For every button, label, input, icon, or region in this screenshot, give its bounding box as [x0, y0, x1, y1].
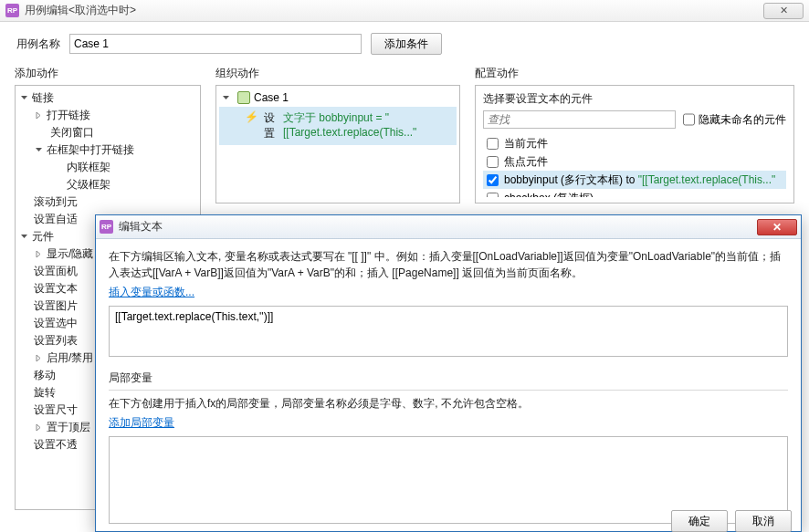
- org-set-label: 设置: [264, 110, 279, 141]
- tree-node[interactable]: 元件: [32, 229, 54, 245]
- local-vars-hint: 在下方创建用于插入fx的局部变量，局部变量名称必须是字母、数字, 不允许包含空格…: [109, 396, 788, 412]
- hide-unnamed-checkbox[interactable]: 隐藏未命名的元件: [683, 110, 786, 129]
- list-item: bobbyinput (多行文本框) to "[[Target.text.rep…: [483, 171, 786, 189]
- tree-node[interactable]: 设置不透: [34, 437, 78, 453]
- list-item: checkbox (复选框): [483, 189, 786, 197]
- org-case-label: Case 1: [254, 91, 289, 104]
- checkbox[interactable]: [487, 193, 499, 198]
- expand-icon[interactable]: [34, 422, 44, 433]
- divider: [109, 390, 788, 391]
- tree-node[interactable]: 关闭窗口: [50, 125, 94, 141]
- tree-node[interactable]: 父级框架: [67, 177, 110, 193]
- expression-input[interactable]: [109, 306, 788, 357]
- tree-node[interactable]: 设置自适: [34, 212, 78, 227]
- case-name-input[interactable]: [69, 34, 362, 54]
- case-icon: [237, 91, 250, 104]
- tree-node[interactable]: 设置图片: [34, 298, 78, 314]
- add-action-header: 添加动作: [15, 66, 201, 81]
- pick-widget-label: 选择要设置文本的元件: [483, 91, 786, 107]
- checkbox[interactable]: [487, 138, 499, 150]
- tree-node[interactable]: 启用/禁用: [47, 350, 93, 366]
- edit-text-dialog: RP 编辑文本 ✕ 在下方编辑区输入文本, 变量名称或表达式要写在 "[[ ]]…: [95, 214, 802, 532]
- local-vars-header: 局部变量: [109, 370, 788, 386]
- tree-node[interactable]: 打开链接: [47, 108, 90, 123]
- add-local-var-link[interactable]: 添加局部变量: [109, 415, 174, 431]
- collapse-icon[interactable]: [34, 145, 44, 155]
- expand-icon[interactable]: [34, 110, 44, 120]
- list-item: 焦点元件: [483, 152, 786, 171]
- configure-box: 选择要设置文本的元件 隐藏未命名的元件 当前元件 焦点元件 bobbyinput…: [475, 85, 794, 203]
- close-icon[interactable]: ✕: [763, 3, 804, 19]
- configure-action-header: 配置动作: [475, 66, 794, 81]
- collapse-icon[interactable]: [19, 93, 29, 103]
- tree-node[interactable]: 设置文本: [34, 281, 78, 297]
- window-title: 用例编辑<取消选中时>: [25, 3, 763, 18]
- collapse-icon[interactable]: [19, 232, 29, 242]
- ok-button[interactable]: 确定: [671, 510, 728, 532]
- app-logo-icon: RP: [100, 220, 113, 234]
- tree-node[interactable]: 设置面机: [34, 264, 78, 279]
- case-name-row: 用例名称 添加条件: [0, 22, 809, 66]
- tree-node[interactable]: 滚动到元: [34, 194, 78, 210]
- tree-node[interactable]: 内联框架: [67, 160, 110, 175]
- cancel-button[interactable]: 取消: [735, 510, 792, 532]
- expand-icon[interactable]: [34, 249, 44, 259]
- dialog-hint: 在下方编辑区输入文本, 变量名称或表达式要写在 "[[ ]]" 中。例如：插入变…: [109, 248, 788, 281]
- org-action-row[interactable]: ⚡ 设置 文字于 bobbyinput = "[[Target.text.rep…: [219, 107, 457, 145]
- checkbox[interactable]: [487, 174, 499, 186]
- insert-variable-link[interactable]: 插入变量或函数...: [109, 285, 194, 300]
- org-case-row[interactable]: Case 1: [219, 89, 457, 107]
- tree-node[interactable]: 设置尺寸: [34, 402, 78, 418]
- expand-icon[interactable]: [34, 353, 44, 363]
- titlebar: RP 用例编辑<取消选中时> ✕: [0, 0, 809, 22]
- app-logo-icon: RP: [5, 4, 19, 17]
- organize-action-header: 组织动作: [215, 66, 460, 81]
- tree-node[interactable]: 在框架中打开链接: [47, 142, 134, 158]
- tree-node[interactable]: 设置选中: [34, 316, 78, 331]
- add-condition-button[interactable]: 添加条件: [371, 33, 442, 55]
- widget-list[interactable]: 当前元件 焦点元件 bobbyinput (多行文本框) to "[[Targe…: [483, 134, 786, 197]
- dialog-titlebar: RP 编辑文本 ✕: [96, 215, 801, 239]
- close-icon[interactable]: ✕: [757, 219, 797, 235]
- list-item: 当前元件: [483, 134, 786, 152]
- collapse-icon[interactable]: [221, 93, 231, 103]
- case-name-label: 用例名称: [16, 37, 60, 52]
- find-input[interactable]: [483, 110, 676, 129]
- tree-node[interactable]: 移动: [34, 368, 56, 383]
- organize-action-box[interactable]: Case 1 ⚡ 设置 文字于 bobbyinput = "[[Target.t…: [215, 85, 460, 203]
- tree-node[interactable]: 旋转: [34, 385, 56, 401]
- bolt-icon: ⚡: [245, 110, 258, 141]
- checkbox[interactable]: [487, 156, 499, 168]
- tree-node[interactable]: 设置列表: [34, 333, 78, 349]
- tree-node[interactable]: 置于顶层: [47, 420, 90, 435]
- org-action-text: 文字于 bobbyinput = "[[Target.text.replace(…: [283, 110, 453, 141]
- tree-node[interactable]: 显示/隐藏: [47, 246, 93, 262]
- dialog-title: 编辑文本: [119, 219, 757, 235]
- tree-node[interactable]: 链接: [32, 90, 54, 106]
